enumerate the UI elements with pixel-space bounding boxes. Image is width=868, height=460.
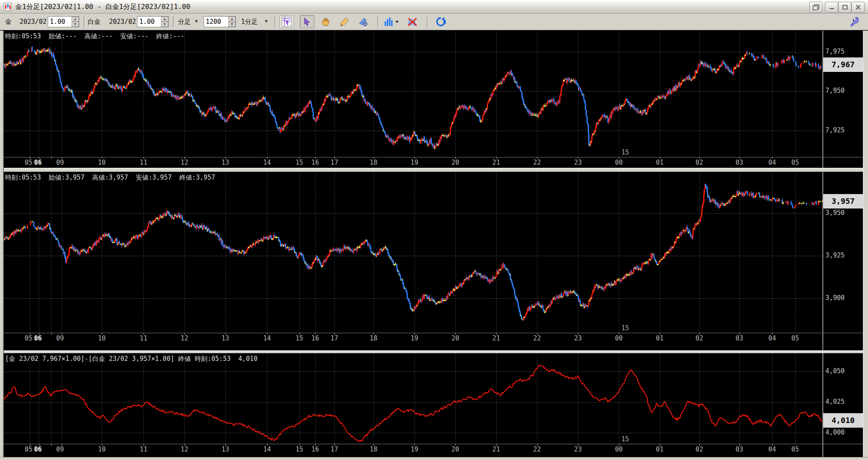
time-tick-label: 17 — [331, 446, 338, 453]
time-tick-label: 09 — [56, 446, 64, 453]
close-button[interactable] — [851, 2, 865, 13]
time-tick-label: 12 — [181, 159, 188, 166]
time-tick-label: 05 — [791, 159, 799, 166]
time-tick-label: 19 — [411, 159, 418, 166]
time-tick-label: 05 — [25, 334, 32, 342]
price-tick-label: 4,000 — [825, 429, 845, 436]
time-tick-label: 11 — [140, 159, 147, 166]
date-change-label: 15 — [621, 149, 629, 156]
time-tick-label: 20 — [451, 446, 459, 453]
time-tick-label: 00 — [615, 446, 623, 453]
bar-count-spinner[interactable]: 1200 ▲▼ — [204, 16, 236, 27]
title-bar[interactable]: 金1分足[2023/02]1.00 - 白金1分足[2023/02]1.00 — [0, 0, 868, 14]
chevron-down-icon[interactable]: ▼ — [195, 19, 198, 23]
time-tick-label: 06 — [34, 446, 42, 453]
time-tick-label: 22 — [533, 334, 541, 342]
time-tick-label: 22 — [533, 159, 541, 166]
pencil-draw-button[interactable] — [337, 15, 352, 28]
time-tick-label: 12 — [181, 334, 188, 342]
hand-pan-button[interactable] — [319, 15, 333, 28]
left-frame — [0, 31, 4, 457]
delete-chart-button[interactable] — [405, 15, 420, 28]
time-tick-label: 12 — [181, 446, 188, 453]
spin-down-icon[interactable]: ▼ — [161, 22, 168, 27]
time-tick-label: 11 — [140, 334, 147, 342]
gold-price-axis: 7,9757,9507,9257,9007,967 — [823, 31, 863, 168]
time-tick-label: 21 — [492, 334, 500, 342]
date-change-label: 15 — [621, 435, 629, 443]
time-tick-label: 13 — [221, 159, 229, 166]
time-tick-label: 21 — [492, 159, 500, 166]
time-tick-label: 00 — [615, 159, 623, 166]
select-cursor-button[interactable] — [300, 15, 314, 28]
interval-dropdown-label[interactable]: 分足 — [178, 18, 191, 26]
time-tick-label: 02 — [696, 159, 703, 166]
cascade-window-button[interactable] — [809, 2, 822, 13]
toolbar-separator — [274, 16, 276, 27]
spin-up-icon[interactable]: ▲ — [228, 17, 236, 22]
gold-last-price-box: 7,967 — [823, 57, 863, 72]
time-tick-label: 03 — [736, 159, 743, 166]
price-tick-label: 7,925 — [825, 126, 845, 134]
spin-down-icon[interactable]: ▼ — [72, 22, 79, 27]
time-tick-label: 10 — [98, 159, 106, 166]
time-tick-label: 21 — [492, 446, 500, 453]
maximize-button[interactable] — [838, 2, 851, 13]
time-tick-label: 05 — [25, 159, 32, 166]
minimize-button[interactable] — [825, 2, 838, 13]
price-tick-label: 3,925 — [825, 251, 845, 259]
time-tick-label: 15 — [296, 159, 303, 166]
time-tick-label: 15 — [296, 334, 303, 342]
spread-last-price-box: 4,010 — [823, 413, 863, 428]
time-tick-label: 23 — [574, 334, 582, 342]
time-tick-label: 02 — [696, 334, 703, 342]
gold-multiplier-spinner[interactable]: 1.00 ▲▼ — [48, 16, 79, 27]
time-tick-label: 20 — [451, 159, 459, 166]
toolbar-separator — [173, 16, 175, 27]
price-tick-label: 3,950 — [825, 209, 845, 217]
time-tick-label: 14 — [263, 446, 271, 453]
period-dropdown-label[interactable]: 1分足 — [241, 18, 258, 26]
time-tick-label: 10 — [98, 446, 106, 453]
platinum-info-line: 時刻:05:53 始値:3,957 高値:3,957 安値:3,957 終値:3… — [5, 174, 215, 182]
time-tick-label: 01 — [656, 446, 664, 453]
time-tick-label: 13 — [221, 446, 229, 453]
platinum-price-axis: 3,9503,9253,9003,8753,957 — [823, 172, 863, 350]
chart-pointer-button[interactable] — [279, 15, 294, 28]
platinum-multiplier-spinner[interactable]: 1.00 ▲▼ — [137, 16, 169, 27]
spin-up-icon[interactable]: ▲ — [72, 17, 79, 22]
spread-chart-plot[interactable] — [4, 353, 822, 444]
bar-chart-menu-button[interactable] — [382, 15, 403, 28]
time-tick-label: 23 — [574, 446, 582, 453]
toolbar: 金 2023/02 1.00 ▲▼ 白金 2023/02 1.00 ▲▼ 分足 … — [0, 14, 868, 30]
time-tick-label: 13 — [221, 334, 229, 342]
chart-window: 金1分足[2023/02]1.00 - 白金1分足[2023/02]1.00 金… — [0, 0, 868, 460]
chevron-down-icon[interactable]: ▼ — [265, 19, 267, 23]
time-tick-label: 17 — [331, 334, 338, 342]
gold-chart-plot[interactable] — [4, 31, 822, 157]
time-tick-label: 14 — [263, 334, 271, 342]
time-tick-label: 18 — [370, 446, 377, 453]
platinum-chart-plot[interactable] — [4, 172, 822, 333]
spin-down-icon[interactable]: ▼ — [228, 22, 236, 27]
platinum-month: 2023/02 — [109, 18, 136, 26]
spin-up-icon[interactable]: ▲ — [161, 17, 168, 22]
time-tick-label: 14 — [263, 159, 271, 166]
time-tick-label: 16 — [311, 334, 319, 342]
reload-button[interactable]: R — [432, 15, 451, 28]
marker-target-button[interactable] — [356, 15, 371, 28]
time-tick-label: 20 — [451, 334, 459, 342]
toolbar-separator — [83, 16, 85, 27]
price-tick-label: 7,950 — [825, 87, 845, 94]
time-tick-label: 06 — [34, 159, 42, 166]
right-frame — [863, 31, 868, 457]
time-axis-strip: 0506091011121314151617181920212223000102… — [0, 333, 863, 350]
time-tick-label: 16 — [311, 159, 319, 166]
time-tick-label: 19 — [411, 334, 418, 342]
panel-splitter[interactable] — [0, 168, 868, 172]
toolbar-separator — [427, 16, 428, 27]
time-tick-label: 04 — [768, 159, 776, 166]
time-tick-label: 04 — [768, 446, 776, 453]
price-tick-label: 4,050 — [825, 367, 845, 375]
settings-wrench-button[interactable] — [848, 15, 862, 28]
